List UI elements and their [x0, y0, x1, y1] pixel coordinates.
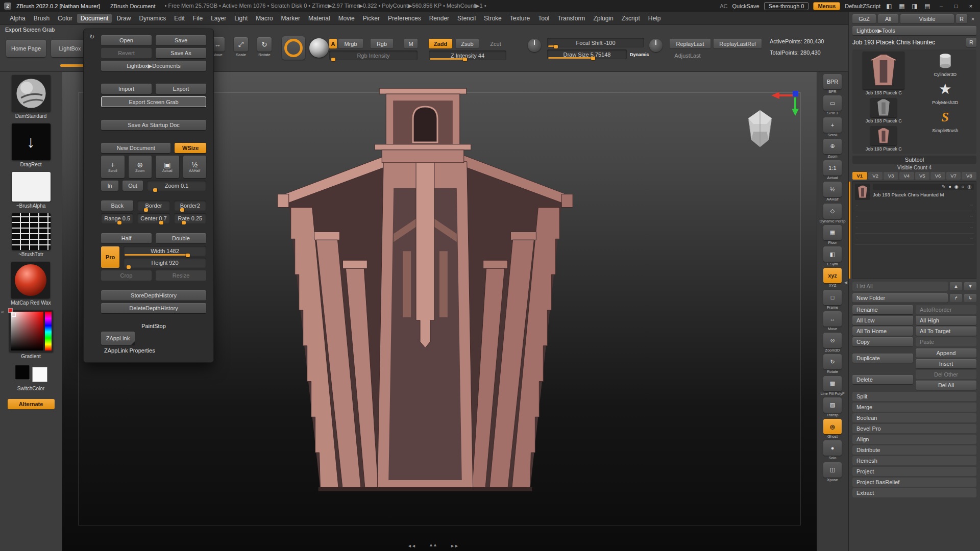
switchcolor-slot[interactable]: SwitchColor: [12, 364, 51, 391]
menu-item[interactable]: Color: [54, 14, 76, 23]
shelf-item[interactable]: ▨ Transp: [817, 397, 848, 417]
subtool-down-button[interactable]: [964, 282, 976, 290]
shelf-icon[interactable]: ▩: [823, 376, 842, 391]
doc-nav-button[interactable]: ½ AAHalf: [183, 156, 207, 178]
center-slider[interactable]: Center 0.7: [137, 213, 169, 223]
menu-item[interactable]: Edit: [170, 14, 188, 23]
layout-icon-3[interactable]: [911, 3, 919, 10]
quicksave-button[interactable]: QuickSave: [732, 3, 760, 9]
dragrect-thumbnail[interactable]: [12, 123, 51, 160]
material-picker-button[interactable]: [309, 38, 329, 58]
saturation-value-box[interactable]: [11, 312, 43, 350]
subtool-empty-slot[interactable]: [855, 211, 974, 222]
zapplink-properties-button[interactable]: ZAppLink Properties: [104, 347, 155, 354]
subtool-op-button[interactable]: Project: [852, 467, 976, 476]
zoom-out-button[interactable]: Out: [122, 181, 143, 191]
stroke-picker-button[interactable]: [282, 36, 305, 60]
alpha-slot[interactable]: ~BrushAlpha: [12, 172, 51, 209]
subtool-empty-slot[interactable]: [855, 222, 974, 234]
eye-off-icon[interactable]: [962, 184, 964, 189]
shelf-icon[interactable]: ●: [823, 440, 842, 456]
damstandard-thumbnail[interactable]: [12, 75, 51, 112]
shelf-item[interactable]: 1:1 Actual: [817, 160, 848, 180]
scroll-up-icon[interactable]: ▲▲: [429, 542, 437, 547]
color-picker-slot[interactable]: Gradient: [9, 310, 53, 359]
small-tool-thumbnail[interactable]: [870, 126, 897, 145]
subtool-tab[interactable]: V1: [852, 172, 867, 180]
all-high-button[interactable]: All High: [916, 316, 976, 325]
adjust-dial[interactable]: [649, 39, 663, 52]
zoom-in-button[interactable]: In: [101, 181, 118, 191]
visible-button[interactable]: Visible: [900, 14, 954, 23]
maximize-button[interactable]: [951, 2, 961, 10]
mrgb-button[interactable]: Mrgb: [338, 39, 363, 48]
revert-button[interactable]: Revert: [101, 48, 152, 58]
menus-button[interactable]: Menus: [813, 2, 840, 10]
subtool-item-name[interactable]: Job 193 Ptacek Chris Haunted M: [873, 192, 974, 197]
open-button[interactable]: Open: [101, 35, 152, 45]
insert-button[interactable]: Insert: [916, 359, 976, 368]
menu-item[interactable]: Alpha: [6, 14, 29, 23]
z-intensity-slider[interactable]: Z Intensity 44: [429, 51, 506, 60]
subtool-tab[interactable]: V3: [884, 172, 898, 180]
subtool-up-button[interactable]: [950, 282, 962, 290]
menu-item[interactable]: Marker: [278, 14, 304, 23]
del-other-button[interactable]: Del Other: [916, 370, 976, 379]
subtool-op-button[interactable]: Project BasRelief: [852, 478, 976, 487]
adjust-last-button[interactable]: AdjustLast: [668, 51, 707, 60]
tool-thumb-current[interactable]: Job 193 Ptacek C: [863, 52, 904, 95]
subtool-op-button[interactable]: Distribute: [852, 445, 976, 455]
subtool-empty-slot[interactable]: [855, 200, 974, 211]
menu-item[interactable]: Stencil: [454, 14, 479, 23]
dynamic-label[interactable]: Dynamic: [630, 52, 649, 57]
layout-icon-1[interactable]: [885, 3, 893, 10]
subtool-op-button[interactable]: Merge: [852, 403, 976, 412]
save-startup-doc-button[interactable]: Save As Startup Doc: [101, 120, 206, 130]
shelf-item[interactable]: ◇ Dynamic Persp: [817, 204, 848, 223]
menu-item[interactable]: Transform: [554, 14, 589, 23]
main-color-swatch[interactable]: [15, 365, 30, 380]
border-slider[interactable]: Border: [137, 201, 169, 211]
see-through-button[interactable]: See-through 0: [764, 2, 809, 10]
all-button[interactable]: All: [878, 14, 898, 23]
menu-item[interactable]: Layer: [207, 14, 230, 23]
doc-nav-button[interactable]: ⊕ Zoom: [129, 156, 152, 178]
width-slider[interactable]: Width 1482: [124, 246, 206, 256]
shelf-icon[interactable]: ↻: [823, 354, 842, 369]
double-button[interactable]: Double: [156, 233, 206, 243]
eye-icon[interactable]: [948, 184, 951, 189]
scroll-left-icon[interactable]: ◄◄: [407, 543, 415, 548]
shelf-icon[interactable]: ◫: [823, 462, 842, 478]
save-as-button[interactable]: Save As: [156, 48, 206, 58]
new-folder-button[interactable]: New Folder: [852, 293, 948, 303]
shelf-icon[interactable]: ◧: [823, 246, 842, 262]
duplicate-button[interactable]: Duplicate: [852, 354, 913, 363]
layout-icon-4[interactable]: [923, 3, 932, 10]
zsub-button[interactable]: Zsub: [456, 39, 479, 48]
scroll-right-icon[interactable]: ►►: [450, 543, 458, 548]
left-tray-collapse-icon[interactable]: «: [1, 309, 4, 315]
subtool-op-button[interactable]: Split: [852, 392, 976, 401]
draw-size-slider[interactable]: Draw Size 5.75148: [547, 49, 627, 59]
replay-last-rel-button[interactable]: ReplayLastRel: [714, 39, 762, 48]
current-tool-r-button[interactable]: R: [966, 38, 976, 47]
pro-button[interactable]: Pro: [101, 246, 119, 268]
all-to-home-button[interactable]: All To Home: [852, 327, 913, 336]
subtool-tab[interactable]: V6: [930, 172, 945, 180]
lightbox-documents-button[interactable]: Lightbox▶Documents: [101, 61, 206, 71]
shelf-item[interactable]: ↻ Rotate: [817, 354, 848, 374]
menu-item[interactable]: Draw: [113, 14, 134, 23]
subtool-tab[interactable]: V7: [946, 172, 961, 180]
all-low-button[interactable]: All Low: [852, 316, 913, 325]
menu-item[interactable]: Texture: [506, 14, 533, 23]
shelf-icon[interactable]: ◇: [823, 204, 842, 219]
current-tool-name[interactable]: Job 193 Ptacek Chris Hauntec: [852, 39, 964, 46]
shelf-icon[interactable]: ½: [823, 182, 842, 197]
shelf-item[interactable]: □ Frame: [817, 290, 848, 310]
brush-slot-damstandard[interactable]: DamStandard: [12, 75, 51, 119]
export-button[interactable]: Export: [156, 84, 206, 94]
shelf-item[interactable]: ▦ Floor: [817, 225, 848, 245]
focal-shift-slider[interactable]: Focal Shift -100: [547, 38, 644, 47]
import-button[interactable]: Import: [101, 84, 152, 94]
switchcolor-widget[interactable]: [12, 364, 51, 384]
